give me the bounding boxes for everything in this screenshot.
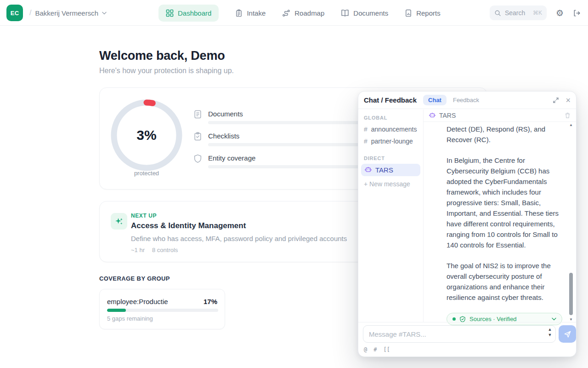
sparkles-icon bbox=[111, 213, 127, 230]
next-up-description: Define who has access, MFA, password pol… bbox=[131, 235, 347, 242]
logout-icon[interactable] bbox=[573, 9, 581, 17]
breadcrumb-separator: / bbox=[29, 9, 31, 17]
dashboard-grid-icon bbox=[166, 9, 174, 17]
chevron-down-icon bbox=[552, 317, 556, 321]
nav-dashboard[interactable]: Dashboard bbox=[158, 5, 219, 22]
org-name: Bakkerij Vermeersch bbox=[35, 9, 98, 17]
topbar-actions: Search ⌘K ⚙ bbox=[490, 0, 581, 26]
page-title: Welcome back, Demo bbox=[99, 49, 225, 63]
nav-roadmap[interactable]: Roadmap bbox=[282, 9, 324, 17]
coverage-group-percent: 17% bbox=[204, 298, 217, 305]
main-nav: Dashboard Intake Roadmap Documents bbox=[158, 4, 441, 22]
next-up-meta: ~1 hr 8 controls bbox=[131, 247, 178, 253]
channel-partner-lounge[interactable]: # partner-lounge bbox=[358, 135, 423, 147]
protection-caption: protected bbox=[110, 170, 183, 177]
coverage-group-name: employee:Productie bbox=[107, 298, 168, 305]
dm-tars[interactable]: TARS bbox=[361, 164, 420, 176]
sources-verified-badge[interactable]: Sources · Verified bbox=[447, 313, 562, 325]
coverage-group-card[interactable]: employee:Productie 17% 5 gaps remaining bbox=[99, 289, 225, 329]
scroll-up-arrow[interactable]: ▲ bbox=[568, 123, 574, 127]
direct-heading: DIRECT bbox=[364, 155, 423, 161]
breadcrumb[interactable]: / Bakkerij Vermeersch bbox=[29, 0, 107, 26]
file-chart-icon bbox=[405, 9, 412, 17]
stepper-down-arrow[interactable]: ▼ bbox=[548, 333, 552, 337]
sources-badge-label: Sources · Verified bbox=[469, 316, 517, 322]
clipboard-icon bbox=[235, 9, 243, 17]
message-paragraph: In Belgium, the Centre for Cybersecurity… bbox=[447, 155, 559, 250]
route-icon bbox=[282, 9, 290, 17]
app-logo[interactable]: EC bbox=[6, 5, 23, 21]
message-input[interactable] bbox=[363, 325, 556, 343]
next-up-duration: ~1 hr bbox=[131, 247, 145, 253]
clipboard-check-icon bbox=[193, 132, 202, 143]
coverage-progress bbox=[107, 309, 218, 312]
send-button[interactable] bbox=[559, 325, 576, 343]
settings-gear-icon[interactable]: ⚙ bbox=[556, 9, 564, 17]
nav-reports[interactable]: Reports bbox=[405, 9, 441, 17]
nav-roadmap-label: Roadmap bbox=[294, 9, 324, 17]
tab-chat[interactable]: Chat bbox=[423, 95, 447, 105]
chevron-down-icon bbox=[102, 12, 107, 15]
shield-icon bbox=[193, 154, 202, 165]
channel-announcements[interactable]: # announcements bbox=[358, 123, 423, 135]
nav-documents-label: Documents bbox=[353, 9, 388, 17]
close-icon[interactable]: × bbox=[565, 96, 571, 104]
trash-icon[interactable] bbox=[565, 112, 571, 119]
nav-reports-label: Reports bbox=[416, 9, 441, 17]
global-heading: GLOBAL bbox=[364, 115, 423, 121]
nav-intake[interactable]: Intake bbox=[235, 9, 266, 17]
chat-scrollbar[interactable]: ▲ ▼ bbox=[568, 123, 574, 322]
nav-intake-label: Intake bbox=[247, 9, 266, 17]
shield-check-icon bbox=[459, 316, 466, 322]
next-up-title: Access & Identity Management bbox=[131, 221, 246, 230]
hash-icon: # bbox=[364, 138, 368, 145]
message-paragraph: Detect (DE), Respond (RS), and Recover (… bbox=[447, 124, 559, 145]
channel-label: partner-lounge bbox=[371, 138, 413, 145]
robot-icon bbox=[365, 167, 372, 173]
chat-scrollbar-thumb[interactable] bbox=[569, 273, 573, 315]
chat-panel: Chat / Feedback Chat Feedback × GLOBAL #… bbox=[358, 91, 577, 357]
next-up-controls: 8 controls bbox=[152, 247, 178, 253]
coverage-group-note: 5 gaps remaining bbox=[107, 315, 153, 322]
chat-panel-title: Chat / Feedback bbox=[364, 96, 417, 104]
channel-label: announcements bbox=[371, 126, 417, 133]
document-icon bbox=[193, 110, 202, 121]
composer-divider bbox=[358, 322, 576, 322]
chat-sidebar: GLOBAL # announcements # partner-lounge … bbox=[358, 109, 424, 322]
input-stepper[interactable]: ▲ ▼ bbox=[546, 328, 554, 337]
status-dot bbox=[452, 317, 456, 321]
channel-hint[interactable]: # bbox=[373, 346, 377, 353]
conversation-header: TARS bbox=[424, 109, 576, 122]
new-message-button[interactable]: + New message bbox=[358, 177, 423, 191]
message-paragraph: The goal of NIS2 is to improve the overa… bbox=[447, 260, 559, 303]
mention-hint[interactable]: @ bbox=[364, 346, 367, 353]
topbar: EC / Bakkerij Vermeersch Dashboard Intak… bbox=[0, 0, 588, 26]
next-up-eyebrow: NEXT UP bbox=[131, 213, 157, 219]
hash-icon: # bbox=[364, 126, 368, 133]
dm-label: TARS bbox=[375, 166, 393, 174]
stepper-up-arrow[interactable]: ▲ bbox=[548, 328, 552, 332]
conversation-name: TARS bbox=[439, 112, 456, 119]
message-thread: Detect (DE), Respond (RS), and Recover (… bbox=[447, 124, 559, 325]
protection-percent: 3% bbox=[110, 98, 183, 172]
expand-icon[interactable] bbox=[553, 97, 559, 104]
page-subtitle: Here's how your protection is shaping up… bbox=[99, 67, 234, 75]
search-shortcut: ⌘K bbox=[533, 10, 542, 16]
coverage-heading: COVERAGE BY GROUP bbox=[99, 275, 170, 282]
tab-feedback[interactable]: Feedback bbox=[453, 97, 479, 104]
chat-panel-header: Chat / Feedback Chat Feedback × bbox=[358, 92, 576, 109]
link-hint[interactable]: [[ bbox=[383, 346, 390, 353]
search-icon bbox=[494, 10, 501, 17]
nav-documents[interactable]: Documents bbox=[341, 9, 388, 17]
composer-hints: @ # [[ bbox=[364, 346, 390, 353]
book-icon bbox=[341, 9, 349, 17]
nav-dashboard-label: Dashboard bbox=[178, 9, 211, 17]
scroll-down-arrow[interactable]: ▼ bbox=[568, 317, 574, 322]
robot-icon bbox=[429, 112, 435, 119]
protection-donut: 3% bbox=[110, 98, 183, 172]
search-label: Search bbox=[505, 9, 525, 17]
app-screen: EC / Bakkerij Vermeersch Dashboard Intak… bbox=[0, 0, 588, 368]
search-input[interactable]: Search ⌘K bbox=[490, 6, 547, 20]
